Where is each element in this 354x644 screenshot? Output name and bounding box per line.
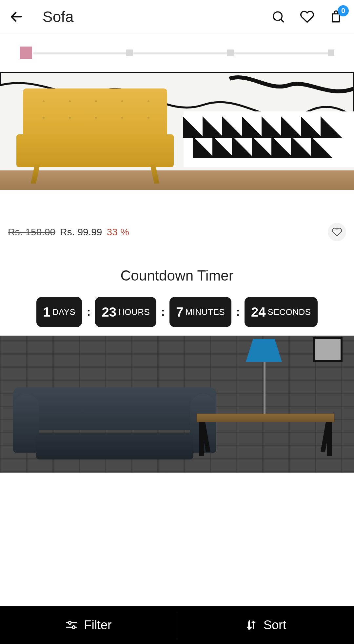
cart-badge: 0 (338, 5, 349, 16)
sort-label: Sort (264, 618, 286, 632)
carousel (0, 33, 354, 190)
back-button[interactable] (7, 7, 26, 27)
price-original: Rs. 150.00 (8, 226, 55, 238)
countdown-seconds: 24 SECONDS (245, 297, 318, 327)
heart-outline-icon (332, 227, 342, 237)
carousel-dot-4[interactable] (328, 49, 334, 56)
seconds-label: SECONDS (268, 307, 311, 317)
search-icon (271, 10, 285, 24)
countdown-timer: 1 DAYS : 23 HOURS : 7 MINUTES : 24 SECON… (0, 297, 354, 327)
yellow-sofa-illustration (16, 88, 174, 184)
carousel-dot-1[interactable] (20, 47, 32, 59)
header-icons: 0 (270, 9, 344, 25)
add-to-wishlist-button[interactable] (328, 223, 346, 241)
carousel-dot-2[interactable] (126, 49, 133, 56)
wishlist-button[interactable] (299, 9, 315, 25)
carousel-track (33, 52, 329, 54)
search-button[interactable] (270, 9, 286, 25)
product-image-2[interactable] (0, 336, 354, 473)
seconds-value: 24 (251, 305, 266, 320)
countdown-sep: : (236, 305, 240, 319)
countdown-hours: 23 HOURS (95, 297, 156, 327)
dark-sofa-illustration (13, 387, 216, 463)
picture-frame-illustration (313, 337, 343, 362)
page-title: Sofa (43, 8, 270, 26)
header: Sofa 0 (0, 0, 354, 33)
countdown-sep: : (161, 305, 165, 319)
sort-arrows-icon (245, 619, 258, 631)
product-image-1[interactable] (0, 72, 354, 190)
bottom-bar: Filter Sort (0, 606, 354, 644)
svg-line-2 (281, 19, 284, 22)
coffee-table-illustration (197, 414, 334, 456)
countdown-title: Countdown Timer (0, 267, 354, 284)
countdown-sep: : (87, 305, 90, 319)
price-discount: 33 % (107, 226, 129, 238)
hours-label: HOURS (118, 307, 150, 317)
minutes-value: 7 (176, 305, 183, 320)
cart-button[interactable]: 0 (328, 9, 344, 25)
svg-point-7 (72, 626, 75, 629)
days-value: 1 (43, 305, 50, 320)
carousel-dots[interactable] (0, 47, 354, 72)
sort-button[interactable]: Sort (177, 606, 354, 644)
filter-icon (65, 618, 78, 632)
countdown-minutes: 7 MINUTES (169, 297, 231, 327)
arrow-left-icon (9, 10, 24, 24)
countdown-days: 1 DAYS (36, 297, 82, 327)
heart-icon (300, 10, 314, 24)
price-current: Rs. 99.99 (60, 226, 102, 238)
price-row: Rs. 150.00 Rs. 99.99 33 % (0, 190, 354, 241)
lamp-pole (264, 362, 266, 421)
days-label: DAYS (52, 307, 76, 317)
hours-value: 23 (102, 305, 116, 320)
carousel-dot-3[interactable] (227, 49, 234, 56)
minutes-label: MINUTES (186, 307, 225, 317)
filter-button[interactable]: Filter (0, 606, 177, 644)
svg-point-5 (69, 621, 71, 624)
filter-label: Filter (84, 618, 111, 632)
